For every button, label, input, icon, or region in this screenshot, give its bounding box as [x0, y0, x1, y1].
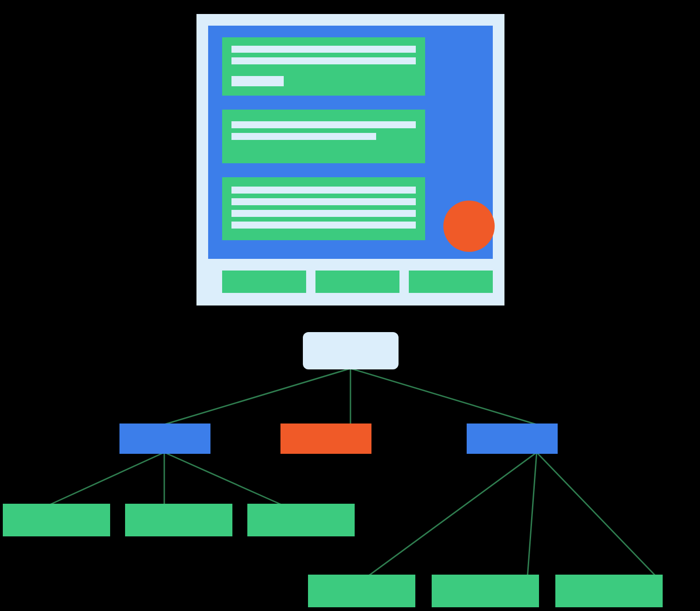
text-line-short	[231, 76, 284, 86]
content-card-2	[222, 110, 425, 163]
badge-circle-icon	[443, 201, 495, 252]
tree-node-l2b-2	[432, 575, 539, 607]
text-line	[231, 198, 416, 205]
tree-node-l2a-3	[247, 504, 355, 536]
content-card-1	[222, 37, 425, 96]
text-line	[231, 46, 416, 53]
tree-node-l2a-1	[3, 504, 110, 536]
tree-node-l2a-2	[125, 504, 232, 536]
bottom-button-1[interactable]	[222, 271, 306, 293]
tree-node-root	[303, 332, 399, 369]
tree-node-l1-right	[467, 424, 558, 454]
text-line	[231, 222, 416, 229]
bottom-button-2[interactable]	[315, 271, 399, 293]
tree-node-l1-left	[119, 424, 210, 454]
tree-node-l1-center	[280, 424, 371, 454]
app-window	[196, 14, 504, 306]
text-line	[231, 121, 416, 128]
tree-node-l2b-1	[308, 575, 415, 607]
text-line	[231, 210, 416, 217]
tree-node-l2b-3	[555, 575, 663, 607]
bottom-bar	[222, 271, 493, 293]
bottom-button-3[interactable]	[409, 271, 493, 293]
content-card-3	[222, 177, 425, 240]
text-line	[231, 57, 416, 64]
text-line-short	[231, 133, 376, 140]
text-line	[231, 187, 416, 194]
